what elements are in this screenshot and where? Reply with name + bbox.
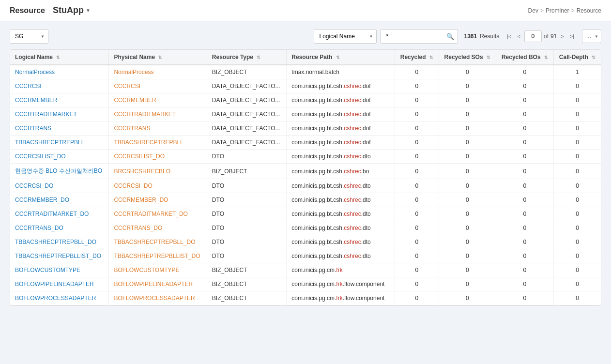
recycled-sos-cell: 0 xyxy=(439,150,496,164)
logical-name-link[interactable]: NormalProcess xyxy=(15,69,55,76)
recycled-cell: 0 xyxy=(395,121,439,136)
recycled-sos-cell: 0 xyxy=(439,277,496,291)
pagination-last[interactable]: >| xyxy=(568,32,576,40)
resource-path-cell: com.inicis.pg.bt.csh.cshrec.bo xyxy=(287,164,395,179)
physical-name-link[interactable]: CCCRTRANS_DO xyxy=(114,225,162,231)
physical-name-link[interactable]: CCCRMEMBER xyxy=(114,97,156,104)
col-header-recycled-bos[interactable]: Recycled BOs ⇅ xyxy=(496,50,553,65)
table-row: TBBACSHRECPTREPBLLTBBACSHRECPTREPBLLDATA… xyxy=(10,136,601,150)
logical-name-link[interactable]: CCCRCSI xyxy=(15,83,42,90)
col-header-logical-name[interactable]: Logical Name ⇅ xyxy=(10,50,109,65)
recycled-sos-cell: 0 xyxy=(439,136,496,150)
col-header-call-depth[interactable]: Call-Depth ⇅ xyxy=(553,50,601,65)
logical-name-link[interactable]: CCCRCSI_DO xyxy=(15,182,53,189)
physical-name-link[interactable]: CCCRMEMBER_DO xyxy=(114,197,168,203)
app-chevron-icon[interactable]: ▼ xyxy=(86,8,91,13)
sort-icon-logical: ⇅ xyxy=(56,55,60,60)
resource-type-cell: DTO xyxy=(207,193,286,207)
call-depth-cell: 0 xyxy=(553,249,601,263)
physical-name-link[interactable]: CCCRCSILIST_DO xyxy=(114,153,165,160)
table-row: BOFLOWCUSTOMTYPEBOFLOWCUSTOMTYPEBIZ_OBJE… xyxy=(10,263,601,277)
table-row: CCCRTRADITMARKETCCCRTRADITMARKETDATA_OBJ… xyxy=(10,107,601,121)
breadcrumb-resource[interactable]: Resource xyxy=(577,7,601,14)
logical-name-link[interactable]: TBBACSHREPTREPBLLIST_DO xyxy=(15,253,101,259)
recycled-bos-cell: 0 xyxy=(496,207,553,221)
resource-path-cell: com.inicis.pg.bt.csh.cshrec.dto xyxy=(287,249,395,263)
recycled-bos-cell: 0 xyxy=(496,107,553,121)
call-depth-cell: 0 xyxy=(553,235,601,249)
breadcrumb-prominer[interactable]: Prominer xyxy=(546,7,569,14)
physical-name-link[interactable]: NormalProcess xyxy=(114,69,153,76)
recycled-sos-cell: 0 xyxy=(439,235,496,249)
recycled-bos-cell: 0 xyxy=(496,179,553,193)
pagination: |< < of 91 > >| xyxy=(505,30,576,42)
recycled-sos-cell: 0 xyxy=(439,121,496,136)
physical-name-link[interactable]: CCCRTRADITMARKET_DO xyxy=(114,211,187,217)
logical-name-link[interactable]: CCCRTRADITMARKET_DO xyxy=(15,211,89,217)
recycled-bos-cell: 0 xyxy=(496,150,553,164)
logical-name-link[interactable]: BOFLOWPIPELINEADAPTER xyxy=(15,281,94,288)
resource-type-cell: DTO xyxy=(207,150,286,164)
physical-name-link[interactable]: CCCRCSI_DO xyxy=(114,182,152,189)
physical-name-link[interactable]: CCCRTRANS xyxy=(114,125,150,132)
logical-name-link[interactable]: 현금영수증 BLO 수신파일처리BO xyxy=(15,167,102,174)
col-header-resource-path[interactable]: Resource Path ⇅ xyxy=(287,50,395,65)
logical-name-link[interactable]: CCCRMEMBER_DO xyxy=(15,197,69,203)
physical-name-link[interactable]: BOFLOWPIPELINEADAPTER xyxy=(114,281,193,288)
resource-type-cell: BIZ_OBJECT xyxy=(207,291,286,305)
table-row: BOFLOWPIPELINEADAPTERBOFLOWPIPELINEADAPT… xyxy=(10,277,601,291)
resource-type-cell: DATA_OBJECT_FACTO... xyxy=(207,136,286,150)
physical-name-link[interactable]: TBBACSHRECPTREPBLL xyxy=(114,139,183,146)
logical-name-link[interactable]: CCCRTRANS xyxy=(15,125,51,132)
pagination-first[interactable]: |< xyxy=(505,32,513,40)
logical-name-link[interactable]: TBBACSHRECPTREPBLL_DO xyxy=(15,239,96,245)
logical-name-link[interactable]: CCCRTRADITMARKET xyxy=(15,111,77,118)
logical-name-link[interactable]: BOFLOWCUSTOMTYPE xyxy=(15,267,80,273)
logical-name-link[interactable]: CCCRMEMBER xyxy=(15,97,57,104)
filter-select[interactable]: Logical Name Physical Name Resource Type… xyxy=(314,29,377,44)
sg-select[interactable]: SG xyxy=(10,29,48,44)
resource-type-cell: DTO xyxy=(207,235,286,249)
breadcrumb-sep-1: > xyxy=(540,7,544,14)
search-icon[interactable]: 🔍 xyxy=(446,33,454,40)
pagination-current-page[interactable] xyxy=(524,30,542,42)
pagination-next[interactable]: > xyxy=(559,32,565,40)
physical-name-link[interactable]: BRCSHCSHRECBLO xyxy=(114,168,170,175)
sort-icon-call-depth: ⇅ xyxy=(592,55,596,60)
more-button[interactable]: ... xyxy=(582,30,601,43)
physical-name-link[interactable]: TBBACSHRECPTREPBLL_DO xyxy=(114,239,195,245)
col-header-recycled[interactable]: Recycled ⇅ xyxy=(395,50,439,65)
recycled-bos-cell: 0 xyxy=(496,235,553,249)
col-header-resource-type[interactable]: Resource Type ⇅ xyxy=(207,50,286,65)
sg-select-wrapper[interactable]: SG xyxy=(10,29,48,44)
col-header-physical-name[interactable]: Physical Name ⇅ xyxy=(109,50,207,65)
resource-type-cell: DATA_OBJECT_FACTO... xyxy=(207,79,286,93)
table-row: CCCRTRADITMARKET_DOCCCRTRADITMARKET_DODT… xyxy=(10,207,601,221)
table-header: Logical Name ⇅ Physical Name ⇅ Resource … xyxy=(10,50,601,65)
resource-path-cell: com.inicis.pg.bt.csh.cshrec.dof xyxy=(287,121,395,136)
resource-type-cell: DTO xyxy=(207,207,286,221)
physical-name-link[interactable]: BOFLOWPROCESSADAPTER xyxy=(114,295,195,302)
physical-name-link[interactable]: CCCRCSI xyxy=(114,83,140,90)
recycled-sos-cell: 0 xyxy=(439,207,496,221)
recycled-cell: 0 xyxy=(395,179,439,193)
physical-name-link[interactable]: CCCRTRADITMARKET xyxy=(114,111,176,118)
logical-name-link[interactable]: BOFLOWPROCESSADAPTER xyxy=(15,295,96,302)
pagination-prev[interactable]: < xyxy=(515,32,522,40)
logical-name-link[interactable]: CCCRCSILIST_DO xyxy=(15,153,66,160)
recycled-sos-cell: 0 xyxy=(439,179,496,193)
physical-name-link[interactable]: BOFLOWCUSTOMTYPE xyxy=(114,267,179,273)
col-header-recycled-sos[interactable]: Recycled SOs ⇅ xyxy=(439,50,496,65)
resource-path-cell: com.inicis.pg.bt.csh.cshrec.dto xyxy=(287,221,395,235)
more-btn-wrapper[interactable]: ... xyxy=(582,30,601,43)
logical-name-link[interactable]: TBBACSHRECPTREPBLL xyxy=(15,139,84,146)
recycled-cell: 0 xyxy=(395,263,439,277)
logical-name-link[interactable]: CCCRTRANS_DO xyxy=(15,225,63,231)
filter-select-wrapper[interactable]: Logical Name Physical Name Resource Type… xyxy=(314,29,377,44)
resource-path-cell: com.inicis.pg.bt.csh.cshrec.dof xyxy=(287,79,395,93)
recycled-bos-cell: 0 xyxy=(496,136,553,150)
physical-name-link[interactable]: TBBACSHREPTREPBLLIST_DO xyxy=(114,253,200,259)
search-input-wrapper: 🔍 xyxy=(381,29,458,44)
call-depth-cell: 0 xyxy=(553,150,601,164)
breadcrumb-dev[interactable]: Dev xyxy=(528,7,538,14)
